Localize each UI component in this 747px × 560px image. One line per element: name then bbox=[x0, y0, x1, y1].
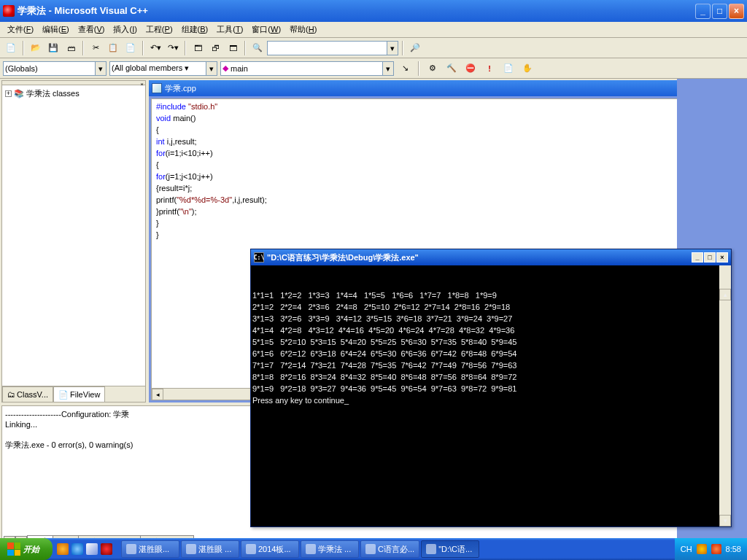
console-window[interactable]: C:\ "D:\C语言练习\学乘法\Debug\学乘法.exe" _ □ × 1… bbox=[250, 249, 732, 527]
task-app-icon bbox=[306, 544, 316, 554]
code-line: }printf("\n"); bbox=[156, 206, 738, 217]
code-line: void main() bbox=[156, 112, 738, 124]
cpp-file-icon bbox=[152, 83, 162, 93]
close-button[interactable]: × bbox=[729, 4, 744, 19]
console-icon: C:\ bbox=[254, 252, 264, 262]
scope-combo[interactable]: (Globals)▾ bbox=[3, 61, 107, 76]
task-label: 2014板... bbox=[258, 544, 291, 555]
code-line: } bbox=[156, 217, 738, 229]
code-line: #include "stdio.h" bbox=[156, 101, 738, 112]
fileview-tab[interactable]: 📄 FileView bbox=[53, 386, 105, 402]
classview-icon: 🗂 bbox=[7, 390, 15, 399]
tree-root-label: 学乘法 classes bbox=[26, 88, 80, 99]
save-all-button[interactable]: 🗃 bbox=[63, 40, 79, 56]
minimize-button[interactable]: _ bbox=[695, 4, 711, 19]
console-line: Press any key to continue_ bbox=[252, 394, 729, 406]
undo-button[interactable]: ↶▾ bbox=[147, 40, 163, 56]
maximize-button[interactable]: □ bbox=[712, 4, 727, 19]
task-label: C语言必... bbox=[378, 544, 414, 555]
console-titlebar[interactable]: C:\ "D:\C语言练习\学乘法\Debug\学乘法.exe" _ □ × bbox=[251, 249, 731, 265]
task-app-icon bbox=[426, 544, 436, 554]
classes-icon: 📚 bbox=[14, 89, 24, 98]
ql-icon-1[interactable] bbox=[57, 543, 69, 555]
open-button[interactable]: 📂 bbox=[28, 40, 44, 56]
find-combo[interactable]: ▾ bbox=[267, 41, 398, 55]
scope-value: (Globals) bbox=[5, 64, 38, 73]
build-button[interactable]: 🔨 bbox=[444, 61, 460, 77]
goto-button[interactable]: ↘ bbox=[397, 61, 413, 77]
clock[interactable]: 8:58 bbox=[726, 545, 741, 553]
workspace-button[interactable]: 🗔 bbox=[190, 40, 206, 56]
console-line: 5*1=5 5*2=10 5*3=15 5*4=20 5*5=25 5*6=30… bbox=[252, 336, 729, 348]
system-tray[interactable]: CH 8:58 bbox=[675, 538, 747, 560]
tile-button[interactable]: 🗖 bbox=[225, 40, 241, 56]
console-maximize-button[interactable]: □ bbox=[704, 252, 716, 262]
task-app-icon bbox=[246, 544, 256, 554]
console-close-button[interactable]: × bbox=[716, 252, 728, 262]
start-button[interactable]: 开始 bbox=[0, 538, 53, 560]
menu-h[interactable]: 帮助(H) bbox=[285, 23, 321, 36]
menu-e[interactable]: 编辑(E) bbox=[38, 23, 74, 36]
code-line: { bbox=[156, 159, 738, 171]
taskbar-button[interactable]: C语言必... bbox=[360, 540, 419, 558]
console-minimize-button[interactable]: _ bbox=[692, 252, 703, 262]
code-line: { bbox=[156, 124, 738, 136]
workspace-sidebar: × + 📚 学乘法 classes 🗂 ClassV... 📄 FileView bbox=[1, 80, 146, 402]
members-combo[interactable]: (All global members ▾▾ bbox=[109, 61, 217, 76]
find-in-files-button[interactable]: 🔍 bbox=[249, 40, 266, 56]
redo-button[interactable]: ↷▾ bbox=[165, 40, 181, 56]
copy-button[interactable]: 📋 bbox=[105, 40, 121, 56]
menu-w[interactable]: 窗口(W) bbox=[247, 23, 285, 36]
taskbar-button[interactable]: 湛胜眼 ... bbox=[181, 540, 239, 558]
insert-breakpoint-button[interactable]: ✋ bbox=[519, 61, 535, 77]
task-app-icon bbox=[126, 544, 136, 554]
cut-button[interactable]: ✂ bbox=[88, 40, 104, 56]
tray-av-icon[interactable] bbox=[711, 544, 721, 554]
menu-b[interactable]: 组建(B) bbox=[177, 23, 213, 36]
paste-button[interactable]: 📄 bbox=[123, 40, 139, 56]
ql-icon-4[interactable] bbox=[101, 543, 112, 555]
ql-icon-2[interactable] bbox=[71, 543, 83, 555]
compile-button[interactable]: ⚙ bbox=[425, 61, 441, 77]
menu-f[interactable]: 文件(F) bbox=[3, 23, 38, 36]
menu-i[interactable]: 插入(I) bbox=[109, 23, 141, 36]
app-titlebar: 学乘法 - Microsoft Visual C++ _ □ × bbox=[0, 0, 747, 22]
console-title: "D:\C语言练习\学乘法\Debug\学乘法.exe" bbox=[267, 252, 419, 263]
ql-show-desktop-icon[interactable] bbox=[86, 543, 98, 555]
save-button[interactable]: 💾 bbox=[45, 40, 61, 56]
task-label: "D:\C语... bbox=[438, 544, 472, 555]
function-combo[interactable]: ◆main▾ bbox=[220, 61, 394, 76]
console-line: 8*1=8 8*2=16 8*3=24 8*4=32 8*5=40 8*6=48… bbox=[252, 371, 729, 383]
class-tree[interactable]: + 📚 学乘法 classes bbox=[2, 85, 145, 386]
console-scrollbar[interactable]: ▴ ▾ bbox=[719, 265, 731, 526]
taskbar-button[interactable]: "D:\C语... bbox=[421, 540, 479, 558]
taskbar-button[interactable]: 2014板... bbox=[241, 540, 299, 558]
task-label: 湛胜眼 ... bbox=[198, 544, 231, 555]
taskbar-button[interactable]: 学乘法 ... bbox=[301, 540, 359, 558]
classview-tab[interactable]: 🗂 ClassV... bbox=[2, 386, 53, 402]
function-value: main bbox=[231, 64, 248, 73]
task-app-icon bbox=[365, 544, 376, 554]
standard-toolbar: 📄 📂 💾 🗃 ✂ 📋 📄 ↶▾ ↷▾ 🗔 🗗 🗖 🔍 ▾ 🔎 bbox=[0, 38, 747, 58]
taskbar-button[interactable]: 湛胜眼... bbox=[121, 540, 179, 558]
console-line: 3*1=3 3*2=6 3*3=9 3*4=12 3*5=15 3*6=18 3… bbox=[252, 313, 729, 324]
menu-t[interactable]: 工具(T) bbox=[212, 23, 247, 36]
menu-v[interactable]: 查看(V) bbox=[74, 23, 109, 36]
classview-label: ClassV... bbox=[17, 390, 48, 399]
expand-icon[interactable]: + bbox=[5, 90, 12, 97]
execute-button[interactable]: ! bbox=[481, 61, 498, 77]
menu-p[interactable]: 工程(P) bbox=[142, 23, 177, 36]
stop-build-button[interactable]: ⛔ bbox=[462, 61, 479, 77]
go-button[interactable]: 📄 bbox=[500, 61, 516, 77]
editor-titlebar[interactable]: 学乘.cpp _ □ × bbox=[149, 80, 746, 96]
tray-shield-icon[interactable] bbox=[697, 544, 707, 554]
tree-root-node[interactable]: + 📚 学乘法 classes bbox=[5, 88, 142, 99]
window-list-button[interactable]: 🗗 bbox=[207, 40, 223, 56]
fileview-icon: 📄 bbox=[58, 390, 69, 400]
code-line: for(i=1;i<10;i++) bbox=[156, 147, 738, 159]
editor-file-title: 学乘.cpp bbox=[165, 83, 196, 94]
new-text-button[interactable]: 📄 bbox=[3, 40, 19, 56]
lang-indicator[interactable]: CH bbox=[681, 545, 692, 553]
fileview-label: FileView bbox=[70, 390, 100, 399]
search-button[interactable]: 🔎 bbox=[407, 40, 423, 56]
